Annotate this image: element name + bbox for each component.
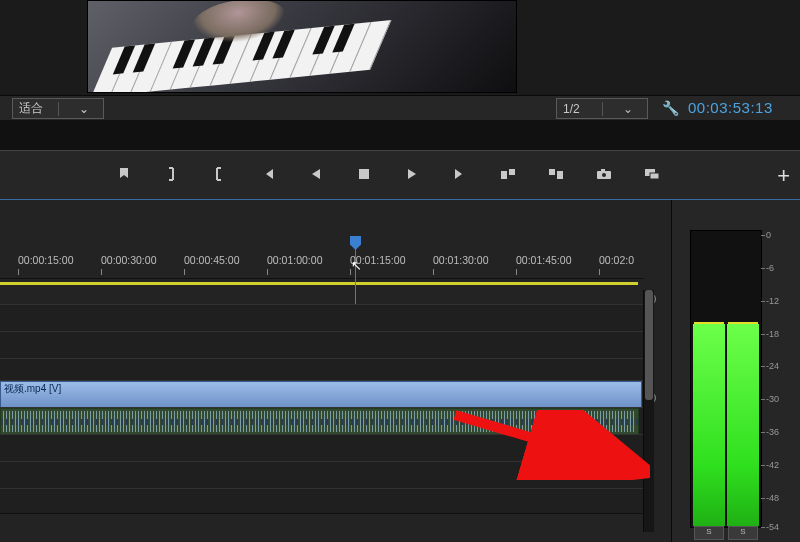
track-a4[interactable]	[0, 488, 644, 514]
video-clip-label: 视频.mp4 [V]	[4, 383, 61, 394]
overwrite-icon[interactable]	[643, 165, 661, 183]
resolution-dropdown[interactable]: 1/2 ⌄	[556, 98, 648, 119]
audio-meter[interactable]	[690, 230, 762, 528]
timeline-vertical-scrollbar[interactable]	[643, 290, 654, 532]
svg-rect-2	[509, 169, 515, 175]
transport-bar: +	[0, 150, 800, 201]
video-clip[interactable]: 视频.mp4 [V]	[0, 381, 642, 408]
work-area-bar[interactable]	[0, 282, 638, 285]
program-monitor-thumbnail	[87, 0, 517, 93]
track-a1[interactable]	[0, 407, 644, 435]
ruler-tick: 00:01:00:00	[267, 254, 322, 266]
chevron-down-icon: ⌄	[602, 102, 648, 116]
extract-icon[interactable]	[547, 165, 565, 183]
ruler-tick: 00:00:30:00	[101, 254, 156, 266]
out-bracket-icon[interactable]	[211, 165, 229, 183]
track-v2[interactable]	[0, 331, 644, 359]
play-stop-icon[interactable]	[355, 165, 373, 183]
chevron-down-icon: ⌄	[58, 102, 104, 116]
svg-rect-7	[601, 169, 605, 172]
track-a2[interactable]	[0, 434, 644, 462]
goto-in-icon[interactable]	[259, 165, 277, 183]
snapshot-camera-icon[interactable]	[595, 165, 613, 183]
zoom-fit-dropdown[interactable]: 适合 ⌄	[12, 98, 104, 119]
zoom-fit-label: 适合	[13, 100, 58, 117]
step-back-icon[interactable]	[307, 165, 325, 183]
track-a3[interactable]	[0, 461, 644, 489]
scrollbar-thumb[interactable]	[645, 290, 653, 400]
svg-rect-1	[501, 171, 507, 179]
step-fwd-icon[interactable]	[403, 165, 421, 183]
audio-clip[interactable]	[0, 408, 639, 435]
add-button-plus-icon[interactable]: +	[777, 163, 790, 189]
svg-point-6	[602, 173, 606, 177]
time-ruler[interactable]: 00:00:15:00 00:00:30:00 00:00:45:00 00:0…	[0, 248, 644, 279]
ruler-tick: 00:01:30:00	[433, 254, 488, 266]
track-v1[interactable]: 视频.mp4 [V]	[0, 380, 644, 408]
settings-wrench-icon[interactable]: 🔧	[662, 100, 679, 116]
marker-icon[interactable]	[115, 165, 133, 183]
in-bracket-icon[interactable]	[163, 165, 181, 183]
svg-rect-0	[359, 169, 369, 179]
solo-right-button[interactable]: S	[728, 526, 758, 540]
svg-rect-9	[650, 173, 659, 179]
ruler-tick: 00:01:45:00	[516, 254, 571, 266]
audio-meters-panel: 0 -6 -12 -18 -24 -30 -36 -42 -48 -54 S S	[671, 200, 800, 542]
timecode-display[interactable]: 00:03:53:13	[688, 99, 773, 116]
ruler-tick: 00:00:15:00	[18, 254, 73, 266]
solo-left-button[interactable]: S	[694, 526, 724, 540]
meter-bar-right	[727, 324, 759, 526]
meter-bar-left	[693, 324, 725, 526]
svg-rect-3	[549, 169, 555, 175]
ruler-tick: 00:00:45:00	[184, 254, 239, 266]
lift-icon[interactable]	[499, 165, 517, 183]
goto-out-icon[interactable]	[451, 165, 469, 183]
svg-rect-4	[557, 171, 563, 179]
ruler-tick: 00:02:0	[599, 254, 634, 266]
resolution-label: 1/2	[557, 102, 602, 116]
track-v3[interactable]	[0, 304, 644, 332]
ruler-tick: 00:01:15:00	[350, 254, 405, 266]
monitor-options-bar: 适合 ⌄ 1/2 ⌄ 🔧 00:03:53:13	[0, 95, 800, 122]
